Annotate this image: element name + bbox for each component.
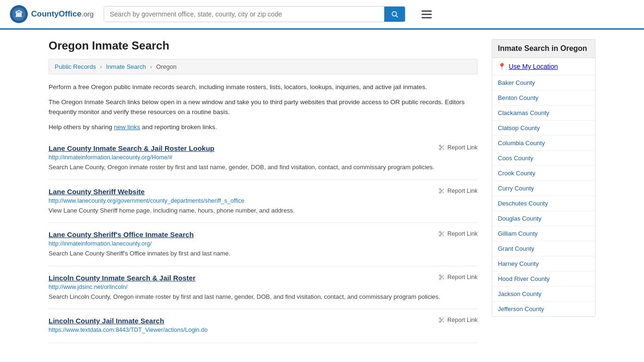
report-link-3[interactable]: Report Link [438,274,478,280]
svg-line-14 [441,190,442,191]
svg-line-24 [441,276,442,277]
svg-point-20 [439,275,441,277]
search-container [104,6,405,22]
logo-icon: 🏛 [9,5,28,24]
main-wrapper: Oregon Inmate Search Public Records › In… [39,30,605,353]
menu-line-1 [421,10,432,12]
description-p1: Perform a free Oregon public inmate reco… [49,82,478,92]
result-header: Lane County Inmate Search & Jail Roster … [49,144,478,152]
svg-point-21 [439,278,441,280]
report-link-2[interactable]: Report Link [438,230,478,237]
results-list: Lane County Inmate Search & Jail Roster … [49,137,478,343]
sidebar-county-item: Curry County [492,181,595,196]
county-link-6[interactable]: Crook County [498,170,535,177]
result-title-3[interactable]: Lincoln County Inmate Search & Jail Rost… [49,274,196,282]
sidebar-title: Inmate Search in Oregon [492,39,595,58]
sidebar: Inmate Search in Oregon 📍 Use My Locatio… [492,39,595,343]
scissors-icon [438,188,445,194]
logo-text: CountyOffice.org [31,9,94,19]
result-desc-0: Search Lane County, Oregon inmate roster… [49,163,478,172]
county-link-11[interactable]: Grant County [498,245,534,252]
sidebar-county-item: Coos County [492,151,595,166]
sidebar-county-item: Crook County [492,166,595,181]
county-link-1[interactable]: Benton County [498,94,538,101]
result-url-1[interactable]: http://www.lanecounty.org/government/cou… [49,197,478,204]
sidebar-county-item: Deschutes County [492,196,595,211]
svg-point-6 [439,148,441,150]
new-links-link[interactable]: new links [114,123,140,131]
county-link-15[interactable]: Jefferson County [498,305,544,313]
result-url-3[interactable]: http://www.jdsinc.net/orlincoln/ [49,284,478,290]
page-title: Oregon Inmate Search [49,39,478,52]
result-title-1[interactable]: Lane County Sheriff Website [49,188,145,196]
sidebar-county-item: Hood River County [492,272,595,287]
search-button[interactable] [384,7,405,22]
county-link-12[interactable]: Harney County [498,260,539,267]
svg-point-10 [439,189,441,190]
result-url-4[interactable]: https://www.textdata.com:8443/TDT_Viewer… [49,327,478,333]
county-link-5[interactable]: Coos County [498,155,533,162]
report-link-4[interactable]: Report Link [438,317,478,323]
result-desc-1: View Lane County Sheriff home page, incl… [49,206,478,215]
county-link-3[interactable]: Clatsop County [498,124,540,132]
sidebar-county-item: Clackamas County [492,106,595,121]
county-link-10[interactable]: Gilliam County [498,230,538,237]
svg-point-5 [439,145,441,147]
svg-line-28 [443,321,444,322]
result-title-0[interactable]: Lane County Inmate Search & Jail Roster … [49,144,215,152]
sidebar-county-item: Gilliam County [492,226,595,241]
county-link-14[interactable]: Jackson County [498,290,542,297]
result-title-4[interactable]: Lincoln County Jail Inmate Search [49,317,164,325]
sidebar-county-item: Grant County [492,241,595,256]
description: Perform a free Oregon public inmate reco… [49,82,478,132]
menu-line-2 [421,14,432,15]
sidebar-list: 📍 Use My Location Baker CountyBenton Cou… [492,58,595,317]
county-link-8[interactable]: Deschutes County [498,200,548,207]
result-header: Lincoln County Jail Inmate Search Report… [49,317,478,325]
sidebar-county-item: Harney County [492,256,595,272]
svg-point-11 [439,192,441,194]
result-item: Lincoln County Inmate Search & Jail Rost… [49,266,478,310]
svg-point-16 [439,235,441,237]
svg-line-23 [443,278,444,279]
result-header: Lane County Sheriff's Office Inmate Sear… [49,230,478,239]
county-link-0[interactable]: Baker County [498,79,535,86]
result-item: Lane County Sheriff's Office Inmate Sear… [49,223,478,266]
header: 🏛 CountyOffice.org [0,0,644,30]
county-link-2[interactable]: Clackamas County [498,109,549,116]
content-area: Oregon Inmate Search Public Records › In… [49,39,478,343]
breadcrumb-inmate-search[interactable]: Inmate Search [106,63,146,70]
scissors-icon [438,144,445,151]
svg-point-26 [439,321,441,323]
hamburger-menu-button[interactable] [419,8,435,21]
search-input[interactable] [104,7,384,22]
county-link-4[interactable]: Columbia County [498,140,545,147]
logo-area: 🏛 CountyOffice.org [9,5,94,24]
sidebar-county-item: Clatsop County [492,121,595,136]
use-my-location[interactable]: 📍 Use My Location [492,58,595,75]
report-link-0[interactable]: Report Link [438,144,478,151]
search-icon [391,10,398,18]
sidebar-county-item: Jefferson County [492,302,595,316]
scissors-icon [438,274,445,280]
location-pin-icon: 📍 [498,63,506,70]
result-title-2[interactable]: Lane County Sheriff's Office Inmate Sear… [49,230,194,239]
sidebar-county-item: Douglas County [492,211,595,226]
county-link-7[interactable]: Curry County [498,185,534,192]
county-link-13[interactable]: Hood River County [498,275,550,282]
scissors-icon [438,230,445,237]
result-url-2[interactable]: http://inmateinformation.lanecounty.org/ [49,240,478,247]
use-my-location-link[interactable]: Use My Location [509,63,558,70]
svg-line-13 [443,191,444,193]
county-list: Baker CountyBenton CountyClackamas Count… [492,75,595,316]
svg-line-19 [441,233,442,234]
svg-line-18 [443,235,444,236]
svg-point-15 [439,231,441,233]
result-url-0[interactable]: http://inmateinformation.lanecounty.org/… [49,154,478,161]
result-header: Lane County Sheriff Website Report Link [49,188,478,196]
report-link-1[interactable]: Report Link [438,188,478,194]
sidebar-county-item: Benton County [492,90,595,106]
breadcrumb-public-records[interactable]: Public Records [55,63,96,70]
county-link-9[interactable]: Douglas County [498,215,542,222]
breadcrumb-current: Oregon [156,63,176,70]
